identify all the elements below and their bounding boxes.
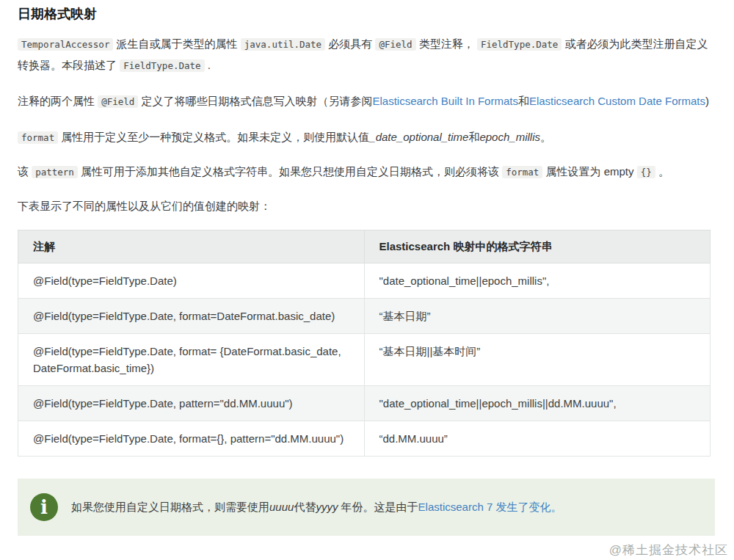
note-text: 如果您使用自定义日期格式，则需要使用uuuu代替yyyy 年份。这是由于Elas… (71, 498, 562, 517)
paragraph-temporal-accessor: TemporalAccessor 派生自或属于类型的属性 java.util.D… (18, 34, 713, 76)
text-run: ) (705, 95, 709, 107)
text-run: 和 (518, 95, 529, 107)
inline-code-format: format (18, 131, 58, 144)
cell-format-string: “基本日期||基本时间” (364, 334, 711, 386)
text-run: 属性设置为 empty (542, 165, 636, 178)
paragraph-format-attribute: format 属性用于定义至少一种预定义格式。如果未定义，则使用默认值_date… (18, 127, 713, 148)
page-title: 日期格式映射 (18, 6, 713, 22)
text-run: 。 (540, 131, 551, 143)
watermark: @稀土掘金技术社区 (609, 542, 728, 559)
inline-code-fieldtype-date: FieldType.Date (120, 59, 204, 72)
inline-code-temporal-accessor: TemporalAccessor (18, 38, 113, 51)
inline-code-pattern: pattern (32, 166, 78, 178)
text-run: 该 (18, 165, 32, 178)
cell-format-string: "date_optional_time||epoch_millis", (364, 263, 711, 299)
text-run: 必须具有 (325, 37, 375, 50)
emphasis-yyyy: yyyy (316, 501, 338, 513)
article: 日期格式映射 TemporalAccessor 派生自或属于类型的属性 java… (0, 0, 734, 457)
text-run: 下表显示了不同的属性以及从它们的值创建的映射： (18, 200, 271, 212)
info-icon-glyph: i (40, 498, 48, 517)
table-header-format-string: Elasticsearch 映射中的格式字符串 (364, 230, 711, 263)
cell-format-string: “dd.MM.uuuu” (364, 421, 711, 457)
table-header-annotation: 注解 (18, 230, 365, 263)
paragraph-table-intro: 下表显示了不同的属性以及从它们的值创建的映射： (18, 196, 713, 217)
link-built-in-formats[interactable]: Elasticsearch Built In Formats (373, 95, 518, 107)
text-run: 属性可用于添加其他自定义格式字符串。如果您只想使用自定义日期格式，则必须将该 (78, 165, 502, 178)
cell-annotation: @Field(type=FieldType.Date, format={}, p… (18, 421, 365, 457)
inline-code-fieldtype-date: FieldType.Date (477, 38, 562, 51)
emphasis-date-optional-time: _date_optional_time (369, 131, 468, 143)
info-icon: i (30, 493, 58, 521)
text-run: . (205, 59, 211, 71)
link-elasticsearch-7-change[interactable]: Elasticsearch 7 发生了变化。 (418, 501, 562, 513)
cell-annotation: @Field(type=FieldType.Date, format= {Dat… (18, 334, 365, 386)
cell-format-string: "date_optional_time||epoch_millis||dd.MM… (364, 386, 711, 421)
text-run: 派生自或属于类型的属性 (113, 37, 240, 50)
inline-code-field: @Field (98, 95, 138, 108)
table-header-row: 注解 Elasticsearch 映射中的格式字符串 (18, 230, 711, 263)
text-run: 注释的两个属性 (18, 95, 98, 107)
date-format-mapping-table: 注解 Elasticsearch 映射中的格式字符串 @Field(type=F… (18, 230, 711, 457)
cell-format-string: “基本日期” (364, 299, 711, 334)
cell-annotation: @Field(type=FieldType.Date, pattern="dd.… (18, 386, 365, 421)
emphasis-uuuu: uuuu (269, 501, 294, 513)
table-row: @Field(type=FieldType.Date) "date_option… (18, 263, 711, 299)
text-run: 类型注释， (416, 37, 477, 50)
text-run: 年份。这是由于 (338, 501, 418, 513)
paragraph-field-attributes: 注释的两个属性 @Field 定义了将哪些日期格式信息写入映射（另请参阅Elas… (18, 91, 713, 112)
text-run: 属性用于定义至少一种预定义格式。如果未定义，则使用默认值 (58, 131, 369, 143)
table-row: @Field(type=FieldType.Date, format= {Dat… (18, 334, 711, 386)
table-row: @Field(type=FieldType.Date, format={}, p… (18, 421, 711, 457)
text-run: 。 (655, 165, 669, 178)
emphasis-epoch-millis: epoch_millis (479, 131, 540, 143)
text-run: 和 (468, 131, 479, 143)
info-note: i 如果您使用自定义日期格式，则需要使用uuuu代替yyyy 年份。这是由于El… (18, 479, 715, 536)
link-custom-date-formats[interactable]: Elasticsearch Custom Date Formats (529, 95, 705, 107)
paragraph-pattern-attribute: 该 pattern 属性可用于添加其他自定义格式字符串。如果您只想使用自定义日期… (18, 161, 713, 183)
inline-code-field: @Field (375, 38, 415, 51)
text-run: 如果您使用自定义日期格式，则需要使用 (71, 501, 269, 513)
text-run: 定义了将哪些日期格式信息写入映射（另请参阅 (138, 95, 372, 107)
inline-code-empty-braces: {} (637, 166, 655, 178)
cell-annotation: @Field(type=FieldType.Date, format=DateF… (18, 299, 365, 334)
inline-code-format: format (502, 166, 542, 178)
cell-annotation: @Field(type=FieldType.Date) (18, 263, 365, 299)
inline-code-java-util-date: java.util.Date (241, 38, 325, 51)
table-row: @Field(type=FieldType.Date, pattern="dd.… (18, 386, 711, 421)
text-run: 代替 (294, 501, 316, 513)
table-row: @Field(type=FieldType.Date, format=DateF… (18, 299, 711, 334)
